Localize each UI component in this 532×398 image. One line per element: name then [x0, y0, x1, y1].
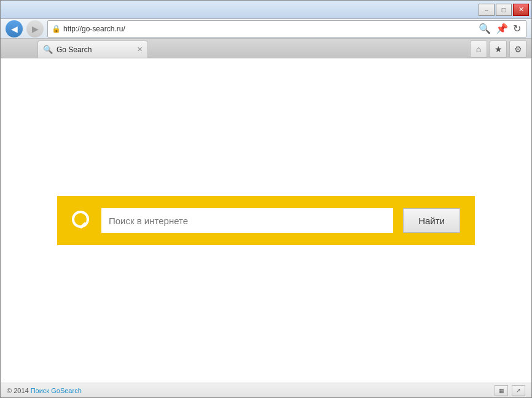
address-bar-container: 🔒 🔍 📌 ↻: [47, 20, 526, 37]
tab-label: Go Search: [57, 45, 133, 54]
status-right-controls: ▦ ↗: [495, 385, 525, 396]
nav-toolbar: ◀ ▶ 🔒 🔍 📌 ↻: [1, 19, 531, 39]
search-address-icon[interactable]: 🔍: [477, 23, 492, 34]
search-button[interactable]: Найти: [403, 208, 460, 233]
tab-close-button[interactable]: ✕: [137, 45, 143, 53]
maximize-button[interactable]: □: [496, 4, 512, 16]
toolbar-right: ⌂ ★ ⚙: [470, 41, 531, 58]
back-button[interactable]: ◀: [6, 20, 23, 37]
search-magnifier-icon: [72, 211, 92, 230]
browser-window: − □ ✕ ◀ ▶ 🔒 🔍 📌 ↻ 🔍 Go Search ✕ ⌂ ★ ⚙: [0, 0, 532, 398]
close-button[interactable]: ✕: [513, 4, 529, 16]
forward-button[interactable]: ▶: [26, 20, 44, 37]
minimize-button[interactable]: −: [479, 4, 495, 16]
address-input[interactable]: [63, 25, 475, 33]
titlebar: − □ ✕: [1, 1, 531, 19]
search-input[interactable]: [101, 208, 393, 233]
refresh-button[interactable]: ↻: [512, 23, 522, 34]
address-favicon: 🔒: [52, 25, 61, 33]
tab-favicon: 🔍: [43, 45, 53, 54]
settings-button[interactable]: ⚙: [509, 41, 526, 58]
pin-address-icon[interactable]: 📌: [495, 23, 509, 34]
status-icon-btn-2[interactable]: ↗: [512, 385, 525, 396]
titlebar-controls: − □ ✕: [479, 4, 529, 16]
browser-tab[interactable]: 🔍 Go Search ✕: [37, 41, 148, 58]
favorites-button[interactable]: ★: [490, 41, 507, 58]
browser-content: Найти: [1, 58, 531, 383]
status-link[interactable]: Поиск GoSearch: [31, 387, 82, 394]
tabs-bar: 🔍 Go Search ✕ ⌂ ★ ⚙: [1, 39, 531, 58]
home-button[interactable]: ⌂: [470, 41, 487, 58]
status-icon-btn-1[interactable]: ▦: [495, 385, 508, 396]
search-widget: Найти: [57, 196, 475, 245]
status-bar: © 2014 Поиск GoSearch ▦ ↗: [1, 383, 531, 397]
status-copyright: © 2014: [7, 387, 29, 394]
